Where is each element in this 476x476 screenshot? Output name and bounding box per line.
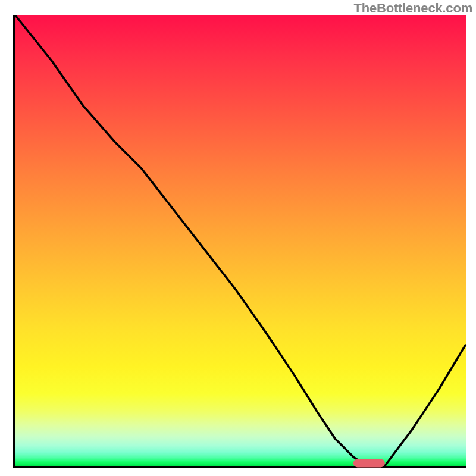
plot-area bbox=[13, 15, 466, 468]
chart-svg bbox=[15, 15, 466, 466]
optimal-marker bbox=[353, 459, 385, 467]
attribution-watermark: TheBottleneck.com bbox=[353, 1, 472, 16]
bottleneck-curve bbox=[15, 15, 466, 466]
bottleneck-chart-figure: TheBottleneck.com bbox=[0, 0, 476, 476]
